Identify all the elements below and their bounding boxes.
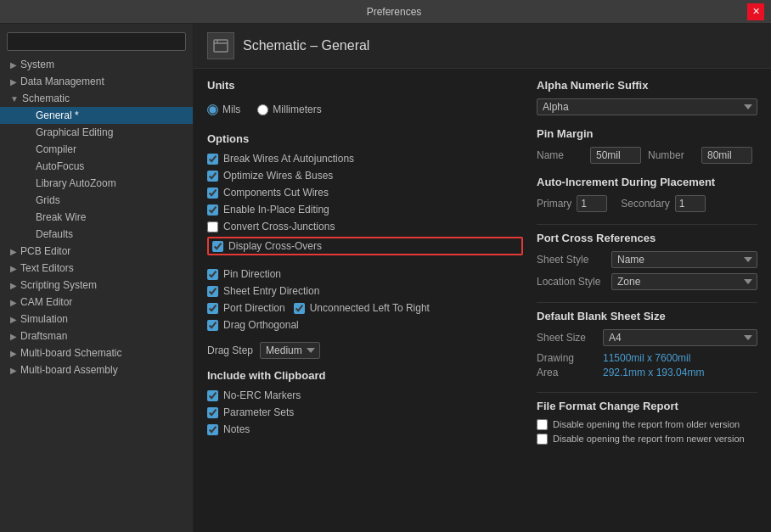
primary-group: Primary [537,195,607,212]
location-style-row: Location Style Zone Coordinates [537,273,757,290]
ff-older-checkbox[interactable] [537,419,548,430]
sidebar-item-grids[interactable]: Grids [0,192,193,209]
sidebar-item-graphical-editing[interactable]: Graphical Editing [0,124,193,141]
noerc-checkbox[interactable] [207,390,218,401]
drawing-area-values: 11500mil x 7600mil 292.1mm x 193.04mm [603,351,704,380]
sidebar-item-general[interactable]: General * [0,107,193,124]
option-display-crossovers: Display Cross-Overs [207,237,523,255]
millimeters-radio-label[interactable]: Millimeters [257,104,321,115]
location-style-select[interactable]: Zone Coordinates [611,273,757,290]
pin-direction-row: Pin Direction [207,267,523,281]
primary-input[interactable] [577,195,607,212]
mils-radio[interactable] [207,104,218,115]
sidebar-item-defaults[interactable]: Defaults [0,226,193,243]
secondary-group: Secondary [621,195,705,212]
sheet-entry-direction-checkbox[interactable] [207,286,218,297]
sheet-size-select[interactable]: A4 A3 A2 Letter [603,329,757,346]
location-style-label: Location Style [537,276,605,288]
sidebar-item-simulation[interactable]: ▶Simulation [0,311,193,328]
sidebar-label-pcb-editor: PCB Editor [20,245,70,257]
auto-increment-title: Auto-Increment During Placement [537,176,757,188]
arrow-icon-cam-editor: ▶ [10,298,17,307]
unconnected-checkbox[interactable] [294,303,305,314]
drag-orthogonal-checkbox[interactable] [207,320,218,331]
drag-step-row: Drag Step Medium Small Large [207,342,523,359]
arrow-icon-simulation: ▶ [10,315,17,324]
close-button[interactable]: ✕ [747,3,764,20]
sidebar-item-draftsman[interactable]: ▶Draftsman [0,328,193,344]
title-bar-text: Preferences [41,6,747,18]
pin-number-label: Number [648,149,695,161]
mils-label: Mils [222,104,240,115]
pin-direction-checkbox[interactable] [207,269,218,280]
main-container: ▶System▶Data Management▼SchematicGeneral… [0,24,771,532]
options-title: Options [207,132,523,145]
drawing-area-label: Drawing Area [537,351,596,380]
inplace-editing-checkbox[interactable] [207,204,218,216]
pin-name-input[interactable] [590,147,641,164]
sheet-size-row: Sheet Size A4 A3 A2 Letter [537,329,757,346]
arrow-icon-schematic: ▼ [10,94,19,104]
sidebar-label-draftsman: Draftsman [20,330,67,342]
sheet-entry-direction-row: Sheet Entry Direction [207,284,523,298]
sidebar-label-text-editors: Text Editors [20,262,74,274]
auto-increment-section: Auto-Increment During Placement Primary … [537,176,757,212]
millimeters-label: Millimeters [273,104,321,115]
components-cut-checkbox[interactable] [207,188,218,199]
secondary-input[interactable] [675,195,706,212]
pin-number-input[interactable] [701,147,752,164]
page-header: Schematic – General [194,24,771,69]
drag-step-select[interactable]: Medium Small Large [260,342,320,359]
convert-cross-checkbox[interactable] [207,221,218,232]
ff-newer-row: Disable opening the report from newer ve… [537,434,757,445]
secondary-label: Secondary [621,198,669,210]
search-input[interactable] [7,32,186,51]
drag-step-label: Drag Step [207,344,253,356]
sidebar-item-pcb-editor[interactable]: ▶PCB Editor [0,243,193,260]
page-header-icon [207,32,234,59]
sidebar-item-schematic[interactable]: ▼Schematic [0,90,193,107]
sidebar-item-autofocus[interactable]: AutoFocus [0,158,193,175]
sidebar-label-grids: Grids [36,194,60,206]
sidebar-item-system[interactable]: ▶System [0,56,193,73]
alpha-suffix-select[interactable]: Alpha Numeric [537,98,757,115]
sidebar-item-multi-board-assembly[interactable]: ▶Multi-board Assembly [0,361,193,378]
sidebar-item-compiler[interactable]: Compiler [0,141,193,158]
port-direction-row: Port Direction Unconnected Left To Right [207,301,523,315]
notes-checkbox[interactable] [207,424,218,435]
sidebar-item-cam-editor[interactable]: ▶CAM Editor [0,294,193,311]
clipboard-title: Include with Clipboard [207,369,523,382]
sidebar-item-library-autozoom[interactable]: Library AutoZoom [0,175,193,192]
sidebar-label-break-wire: Break Wire [36,211,86,223]
sidebar-label-autofocus: AutoFocus [36,160,84,172]
parameter-sets-checkbox[interactable] [207,407,218,418]
clipboard-list: No-ERC Markers Parameter Sets Notes [207,389,523,436]
arrow-icon-multi-board-schematic: ▶ [10,349,17,358]
sidebar-item-data-management[interactable]: ▶Data Management [0,73,193,90]
sidebar-item-text-editors[interactable]: ▶Text Editors [0,260,193,277]
mils-radio-label[interactable]: Mils [207,104,240,115]
port-direction-checkbox[interactable] [207,303,218,314]
break-wires-checkbox[interactable] [207,154,218,165]
sidebar-label-graphical-editing: Graphical Editing [36,126,113,138]
ff-newer-checkbox[interactable] [537,434,548,445]
sheet-style-select[interactable]: Name Number [611,251,757,268]
option-optimize-wires: Optimize Wires & Buses [207,169,523,182]
file-format-section: File Format Change Report Disable openin… [537,400,757,445]
arrow-icon-text-editors: ▶ [10,264,17,273]
sidebar-label-data-management: Data Management [20,76,104,87]
arrow-icon-multi-board-assembly: ▶ [10,366,17,375]
sidebar-item-scripting-system[interactable]: ▶Scripting System [0,277,193,294]
port-cross-section: Port Cross References Sheet Style Name N… [537,232,757,290]
sidebar-item-break-wire[interactable]: Break Wire [0,209,193,226]
sidebar-label-compiler: Compiler [36,143,76,155]
sheet-size-section: Default Blank Sheet Size Sheet Size A4 A… [537,310,757,380]
arrow-icon-draftsman: ▶ [10,332,17,341]
optimize-wires-checkbox[interactable] [207,171,218,182]
sidebar-item-multi-board-schematic[interactable]: ▶Multi-board Schematic [0,344,193,361]
display-crossovers-checkbox[interactable] [212,241,223,252]
pin-margin-title: Pin Margin [537,127,757,140]
sidebar-label-cam-editor: CAM Editor [20,296,72,308]
title-bar: Preferences ✕ [0,0,771,24]
millimeters-radio[interactable] [257,104,268,115]
